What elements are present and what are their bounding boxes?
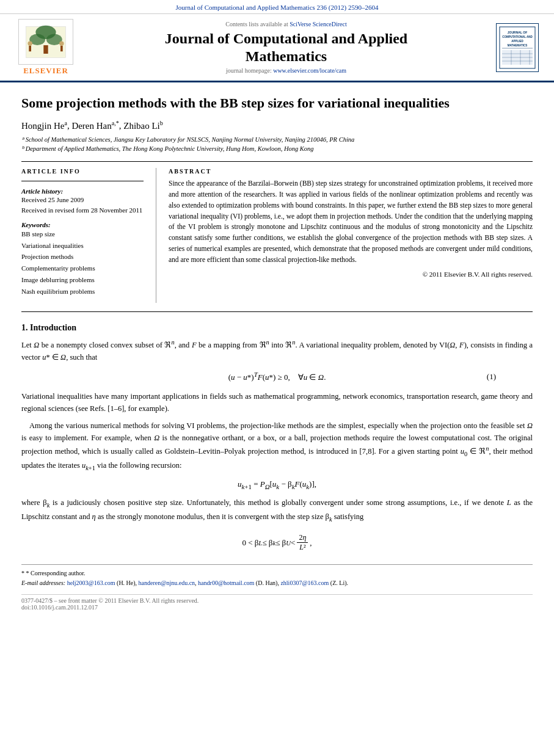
svg-text:MATHEMATICS: MATHEMATICS	[508, 44, 528, 47]
svg-rect-6	[29, 46, 31, 51]
sciverse-line: Contents lists available at SciVerse Sci…	[79, 21, 493, 27]
citation-text: Journal of Computational and Applied Mat…	[176, 4, 379, 11]
keyword-6: Nash equilibrium problems	[21, 286, 144, 297]
elsevier-logo-image	[18, 19, 73, 65]
keyword-4: Complementarity problems	[21, 263, 144, 274]
bottom-bar: 0377-0427/$ – see front matter © 2011 El…	[21, 594, 533, 611]
history-label: Article history:	[21, 187, 144, 195]
keywords-section: Keywords: BB step size Variational inequ…	[21, 221, 144, 297]
journal-center-header: Contents lists available at SciVerse Sci…	[79, 21, 493, 75]
keyword-3: Projection methods	[21, 251, 144, 263]
right-journal-logo: JOURNAL OF COMPUTATIONAL AND APPLIED MAT…	[493, 23, 542, 72]
email-han-1[interactable]: handeren@njnu.edu.cn	[139, 580, 195, 586]
equation-1: (u − u*)TF(u*) ≥ 0, ∀u ∈ Ω. (1)	[58, 371, 496, 382]
footnote-section: * * Corresponding author. E-mail address…	[21, 564, 533, 588]
sciverse-link[interactable]: SciVerse ScienceDirect	[290, 21, 347, 27]
article-info-col: ARTICLE INFO Article history: Received 2…	[21, 168, 144, 303]
keywords-label: Keywords:	[21, 221, 144, 228]
doi-line: doi:10.1016/j.cam.2011.12.017	[21, 604, 533, 611]
eq1-content: (u − u*)TF(u*) ≥ 0, ∀u ∈ Ω.	[228, 371, 326, 382]
article-columns: ARTICLE INFO Article history: Received 2…	[21, 168, 533, 303]
header-divider	[21, 161, 533, 162]
email-li[interactable]: zhli0307@163.com	[280, 580, 329, 586]
homepage-link[interactable]: www.elsevier.com/locate/cam	[273, 67, 346, 74]
info-divider	[21, 181, 144, 181]
main-content: Some projection methods with the BB step…	[0, 82, 554, 623]
intro-para4: where βk is a judiciously chosen positiv…	[21, 496, 533, 525]
email-addresses: E-mail addresses: helj2003@163.com (H. H…	[21, 578, 533, 588]
svg-text:JOURNAL OF: JOURNAL OF	[508, 31, 527, 34]
abstract-heading: ABSTRACT	[169, 168, 533, 175]
step-size-inequality: 0 < βL ≤ βk ≤ βU < 2η L² ,	[21, 533, 533, 552]
keyword-1: BB step size	[21, 228, 144, 240]
recursion-formula: uk+1 = PΩ[uk − βkF(uk)],	[58, 479, 496, 490]
svg-rect-8	[60, 46, 63, 51]
intro-heading: 1. Introduction	[21, 323, 533, 333]
introduced-word: introduced	[316, 447, 348, 456]
svg-point-7	[59, 41, 64, 45]
authors: Hongjin Hea, Deren Hana,*, Zhibao Lib	[21, 120, 533, 131]
svg-rect-4	[43, 45, 48, 54]
intro-para2: Variational inequalities have many impor…	[21, 390, 533, 415]
article-history: Article history: Received 25 June 2009 R…	[21, 187, 144, 215]
abstract-text: Since the appearance of the Barzilai–Bor…	[169, 178, 533, 266]
column-divider	[156, 168, 156, 303]
eq1-label: (1)	[326, 372, 496, 382]
abstract-col: ABSTRACT Since the appearance of the Bar…	[169, 168, 533, 303]
intro-para1: Let Ω be a nonempty closed convex subset…	[21, 338, 533, 363]
abstract-copyright: © 2011 Elsevier B.V. All rights reserved…	[169, 271, 533, 278]
keywords-list: BB step size Variational inequalities Pr…	[21, 228, 144, 297]
top-citation-bar: Journal of Computational and Applied Mat…	[0, 0, 554, 14]
journal-header: ELSEVIER Contents lists available at Sci…	[0, 14, 554, 82]
journal-homepage: journal homepage: www.elsevier.com/locat…	[79, 67, 493, 74]
copyright-footer: 0377-0427/$ – see front matter © 2011 El…	[21, 597, 533, 604]
revised-date: Received in revised form 28 November 201…	[21, 205, 144, 216]
affiliation-a: ᵃ School of Mathematical Sciences, Jiang…	[21, 136, 354, 143]
fraction-2eta-L2: 2η L²	[297, 533, 308, 552]
elsevier-brand: ELSEVIER	[23, 66, 68, 76]
svg-point-5	[27, 41, 32, 45]
right-logo-box: JOURNAL OF COMPUTATIONAL AND APPLIED MAT…	[496, 23, 539, 72]
email-han-2[interactable]: handr00@hotmail.com	[198, 580, 254, 586]
affiliations: ᵃ School of Mathematical Sciences, Jiang…	[21, 135, 533, 154]
journal-title: Journal of Computational and Applied Mat…	[79, 30, 493, 65]
keyword-5: Image deblurring problems	[21, 274, 144, 286]
elsevier-logo: ELSEVIER	[12, 19, 79, 76]
article-info-heading: ARTICLE INFO	[21, 168, 144, 175]
affiliation-b: ᵇ Department of Applied Mathematics, The…	[21, 145, 314, 152]
email-he[interactable]: helj2003@163.com	[67, 580, 115, 586]
corresponding-author-note: * * Corresponding author.	[21, 569, 533, 578]
intro-para3: Among the various numerical methods for …	[21, 420, 533, 474]
svg-text:APPLIED: APPLIED	[511, 40, 523, 43]
keyword-2: Variational inequalities	[21, 240, 144, 252]
received-date: Received 25 June 2009	[21, 195, 144, 205]
section-divider	[21, 311, 533, 312]
article-title: Some projection methods with the BB step…	[21, 95, 533, 112]
svg-text:COMPUTATIONAL AND: COMPUTATIONAL AND	[502, 35, 533, 38]
